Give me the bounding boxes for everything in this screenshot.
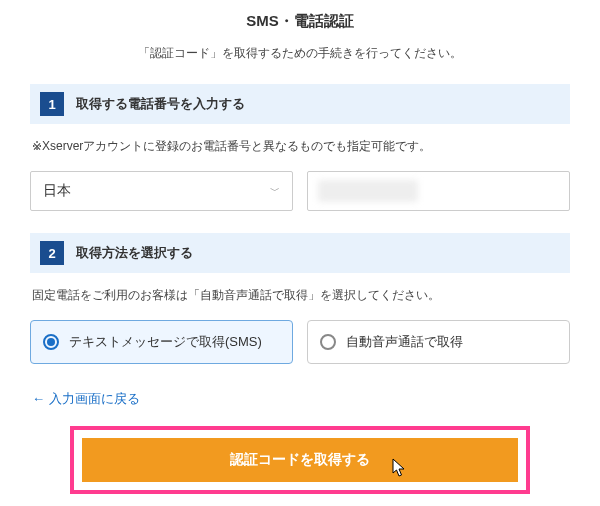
radio-icon <box>320 334 336 350</box>
page-subtitle: 「認証コード」を取得するための手続きを行ってください。 <box>30 45 570 62</box>
phone-blurred-value <box>318 180 418 202</box>
phone-input[interactable] <box>307 171 570 211</box>
step2-label: 取得方法を選択する <box>76 244 193 262</box>
radio-icon <box>43 334 59 350</box>
submit-highlight: 認証コードを取得する <box>70 426 530 494</box>
page-title: SMS・電話認証 <box>30 12 570 31</box>
step1-number: 1 <box>40 92 64 116</box>
radio-option-sms[interactable]: テキストメッセージで取得(SMS) <box>30 320 293 364</box>
step1-header: 1 取得する電話番号を入力する <box>30 84 570 124</box>
submit-label: 認証コードを取得する <box>230 451 370 469</box>
country-value: 日本 <box>43 182 71 200</box>
step2-note: 固定電話をご利用のお客様は「自動音声通話で取得」を選択してください。 <box>32 287 570 304</box>
chevron-down-icon: ﹀ <box>270 184 280 198</box>
step1-note: ※Xserverアカウントに登録のお電話番号と異なるものでも指定可能です。 <box>32 138 570 155</box>
step2-number: 2 <box>40 241 64 265</box>
back-link[interactable]: ← 入力画面に戻る <box>32 390 570 408</box>
step2-header: 2 取得方法を選択する <box>30 233 570 273</box>
radio-sms-label: テキストメッセージで取得(SMS) <box>69 333 262 351</box>
country-select[interactable]: 日本 ﹀ <box>30 171 293 211</box>
step1-label: 取得する電話番号を入力する <box>76 95 245 113</box>
submit-button[interactable]: 認証コードを取得する <box>82 438 518 482</box>
radio-option-voice[interactable]: 自動音声通話で取得 <box>307 320 570 364</box>
radio-voice-label: 自動音声通話で取得 <box>346 333 463 351</box>
